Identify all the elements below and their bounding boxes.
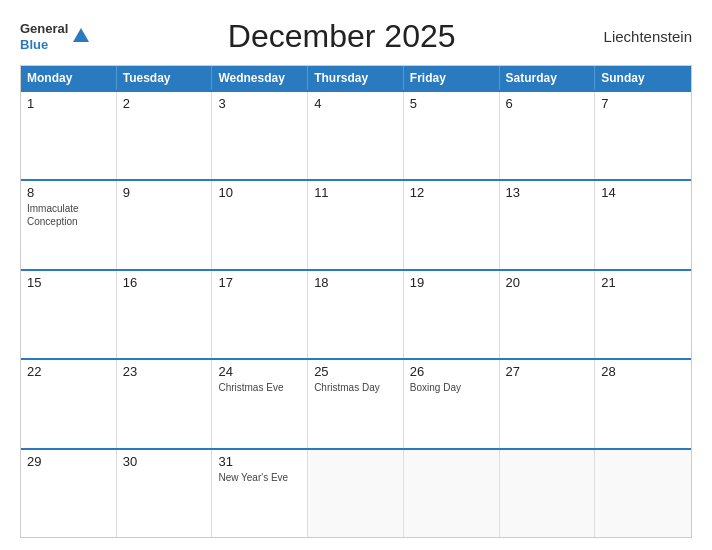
cal-cell: 2 [117, 92, 213, 179]
day-number: 5 [410, 96, 493, 111]
holiday-label: New Year's Eve [218, 471, 301, 484]
calendar-week-3: 15161718192021 [21, 269, 691, 358]
holiday-label: Christmas Eve [218, 381, 301, 394]
cal-cell: 20 [500, 271, 596, 358]
page: General Blue December 2025 Liechtenstein… [0, 0, 712, 550]
logo-general: General [20, 21, 68, 37]
day-number: 25 [314, 364, 397, 379]
cal-cell: 23 [117, 360, 213, 447]
day-number: 31 [218, 454, 301, 469]
day-number: 2 [123, 96, 206, 111]
header-sunday: Sunday [595, 66, 691, 90]
calendar-week-2: 8Immaculate Conception91011121314 [21, 179, 691, 268]
cal-cell: 8Immaculate Conception [21, 181, 117, 268]
cal-cell: 7 [595, 92, 691, 179]
day-number: 21 [601, 275, 685, 290]
cal-cell: 31New Year's Eve [212, 450, 308, 537]
cal-cell [308, 450, 404, 537]
calendar-week-5: 293031New Year's Eve [21, 448, 691, 537]
calendar-week-4: 222324Christmas Eve25Christmas Day26Boxi… [21, 358, 691, 447]
cal-cell: 27 [500, 360, 596, 447]
day-number: 17 [218, 275, 301, 290]
cal-cell: 15 [21, 271, 117, 358]
cal-cell: 30 [117, 450, 213, 537]
day-number: 24 [218, 364, 301, 379]
day-number: 14 [601, 185, 685, 200]
header-tuesday: Tuesday [117, 66, 213, 90]
day-number: 1 [27, 96, 110, 111]
calendar-header: Monday Tuesday Wednesday Thursday Friday… [21, 66, 691, 90]
day-number: 3 [218, 96, 301, 111]
header-friday: Friday [404, 66, 500, 90]
day-number: 10 [218, 185, 301, 200]
cal-cell: 25Christmas Day [308, 360, 404, 447]
day-number: 27 [506, 364, 589, 379]
day-number: 26 [410, 364, 493, 379]
day-number: 6 [506, 96, 589, 111]
cal-cell: 6 [500, 92, 596, 179]
cal-cell: 24Christmas Eve [212, 360, 308, 447]
calendar-week-1: 1234567 [21, 90, 691, 179]
cal-cell: 22 [21, 360, 117, 447]
cal-cell: 28 [595, 360, 691, 447]
cal-cell: 17 [212, 271, 308, 358]
day-number: 22 [27, 364, 110, 379]
day-number: 30 [123, 454, 206, 469]
cal-cell: 12 [404, 181, 500, 268]
day-number: 9 [123, 185, 206, 200]
cal-cell: 14 [595, 181, 691, 268]
cal-cell: 16 [117, 271, 213, 358]
cal-cell: 13 [500, 181, 596, 268]
cal-cell [404, 450, 500, 537]
cal-cell: 3 [212, 92, 308, 179]
cal-cell [500, 450, 596, 537]
header-monday: Monday [21, 66, 117, 90]
day-number: 13 [506, 185, 589, 200]
calendar: Monday Tuesday Wednesday Thursday Friday… [20, 65, 692, 538]
calendar-body: 12345678Immaculate Conception91011121314… [21, 90, 691, 537]
day-number: 12 [410, 185, 493, 200]
cal-cell [595, 450, 691, 537]
cal-cell: 9 [117, 181, 213, 268]
day-number: 28 [601, 364, 685, 379]
day-number: 29 [27, 454, 110, 469]
cal-cell: 18 [308, 271, 404, 358]
day-number: 15 [27, 275, 110, 290]
country-label: Liechtenstein [592, 28, 692, 45]
day-number: 19 [410, 275, 493, 290]
holiday-label: Christmas Day [314, 381, 397, 394]
day-number: 8 [27, 185, 110, 200]
cal-cell: 11 [308, 181, 404, 268]
cal-cell: 26Boxing Day [404, 360, 500, 447]
day-number: 18 [314, 275, 397, 290]
svg-marker-0 [73, 28, 89, 42]
logo-icon [71, 26, 91, 46]
cal-cell: 4 [308, 92, 404, 179]
cal-cell: 29 [21, 450, 117, 537]
day-number: 16 [123, 275, 206, 290]
day-number: 23 [123, 364, 206, 379]
day-number: 11 [314, 185, 397, 200]
holiday-label: Boxing Day [410, 381, 493, 394]
month-title: December 2025 [91, 18, 592, 55]
day-number: 7 [601, 96, 685, 111]
header: General Blue December 2025 Liechtenstein [20, 18, 692, 55]
logo: General Blue [20, 21, 91, 52]
holiday-label: Immaculate Conception [27, 202, 110, 228]
cal-cell: 5 [404, 92, 500, 179]
cal-cell: 1 [21, 92, 117, 179]
cal-cell: 19 [404, 271, 500, 358]
logo-blue: Blue [20, 37, 68, 53]
header-saturday: Saturday [500, 66, 596, 90]
cal-cell: 10 [212, 181, 308, 268]
header-thursday: Thursday [308, 66, 404, 90]
day-number: 20 [506, 275, 589, 290]
cal-cell: 21 [595, 271, 691, 358]
day-number: 4 [314, 96, 397, 111]
header-wednesday: Wednesday [212, 66, 308, 90]
